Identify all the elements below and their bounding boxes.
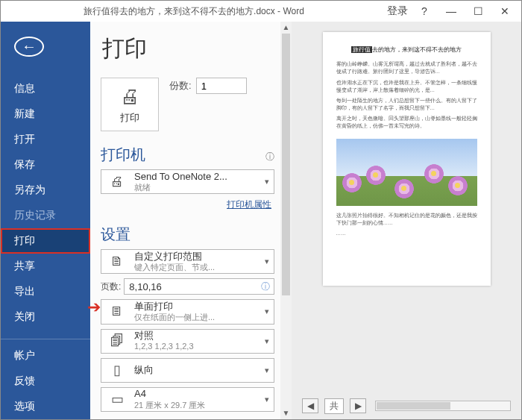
scroll-down-icon[interactable]: ▼ (283, 407, 290, 419)
collate-sub: 1,2,3 1,2,3 1,2,3 (134, 342, 259, 352)
back-button[interactable]: ← (14, 37, 44, 57)
printer-name: Send To OneNote 2... (134, 171, 259, 183)
print-button[interactable]: 🖨 打印 (101, 78, 159, 131)
nav-feedback[interactable]: 反馈 (1, 369, 90, 394)
orientation-dropdown[interactable]: ▯ 纵向 ▾ (101, 358, 274, 383)
pages-label: 页数: (101, 280, 121, 293)
preview-prev-button[interactable]: ◀ (302, 398, 318, 413)
scroll-track[interactable] (280, 34, 292, 407)
preview-caption: …… (336, 230, 477, 237)
preview-page-label: 共 (324, 398, 344, 414)
printer-info-icon[interactable]: ⓘ (265, 151, 274, 163)
preview-image (336, 139, 477, 206)
nav-share[interactable]: 共享 (1, 254, 90, 279)
chevron-down-icon: ▾ (265, 177, 269, 187)
preview-next-button[interactable]: ▶ (350, 398, 366, 413)
maximize-button[interactable]: ☐ (465, 5, 491, 17)
print-heading: 打印 (102, 34, 274, 64)
sides-title: 单面打印 (134, 301, 259, 313)
single-side-icon: 🗏 (106, 304, 128, 319)
printer-dropdown[interactable]: 🖨 Send To OneNote 2... 就绪 ▾ (101, 169, 274, 194)
scroll-up-icon[interactable]: ▲ (283, 22, 290, 34)
preview-page: 旅行值去的地方，来到这不得不去的地方 雾的山岭峥嵘。山雾无所谓高，越过去就成了胜… (323, 32, 491, 286)
chevron-down-icon: ▾ (265, 307, 269, 316)
back-arrow-icon: ← (22, 38, 37, 55)
nav-options[interactable]: 选项 (1, 394, 90, 419)
portrait-icon: ▯ (106, 362, 128, 378)
chevron-down-icon: ▾ (265, 366, 269, 375)
paper-size-dropdown[interactable]: ▭ A4 21 厘米 x 29.7 厘米 ▾ (101, 387, 274, 412)
pages-input[interactable] (124, 278, 274, 295)
scroll-thumb[interactable] (282, 34, 290, 295)
document-title: 旅行值得去的地方，来到这不得不去的地方.docx - Word (4, 5, 384, 18)
nav-info[interactable]: 信息 (1, 76, 90, 101)
nav-new[interactable]: 新建 (1, 101, 90, 127)
print-range-sub: 键入特定页面、节或... (134, 263, 259, 273)
print-panel: ➔ 打印 🖨 打印 份数: 打印机 ⓘ 🖨 Send To OneNo (90, 22, 280, 419)
sides-dropdown[interactable]: 🗏 单面打印 仅在纸面的一侧上进... ▾ (101, 299, 274, 324)
title-bar: 旅行值得去的地方，来到这不得不去的地方.docx - Word 登录 ? — ☐… (1, 1, 521, 22)
collate-dropdown[interactable]: 🗐 对照 1,2,3 1,2,3 1,2,3 ▾ (101, 329, 274, 354)
copies-label: 份数: (169, 79, 192, 93)
print-range-dropdown[interactable]: 🗎 自定义打印范围 键入特定页面、节或... ▾ (101, 249, 274, 274)
print-range-title: 自定义打印范围 (134, 251, 259, 263)
settings-section-heading: 设置 (101, 225, 130, 245)
chevron-down-icon: ▾ (265, 257, 269, 266)
word-backstage-print: 旅行值得去的地方，来到这不得不去的地方.docx - Word 登录 ? — ☐… (0, 0, 522, 420)
backstage-nav: ← 信息 新建 打开 保存 另存为 历史记录 打印 共享 导出 关闭 帐户 反馈… (1, 22, 90, 419)
nav-export[interactable]: 导出 (1, 279, 90, 304)
preview-title: 旅行值去的地方，来到这不得不去的地方 (336, 46, 477, 54)
preview-caption: 这几张照片拍得很好。不知相机记住的是花的颜色，还是我按下快门那一刻的心情…… (336, 212, 477, 227)
preview-paragraph: 离开之时，天色微暗。回头望那座山，山脊如墨线一般轻轻搁在黄昏的纸上，仿佛一首未写… (336, 115, 477, 130)
paper-sub: 21 厘米 x 29.7 厘米 (134, 401, 259, 411)
nav-save[interactable]: 保存 (1, 152, 90, 178)
page-range-icon: 🗎 (106, 254, 128, 269)
nav-close[interactable]: 关闭 (1, 304, 90, 330)
sides-sub: 仅在纸面的一侧上进... (134, 313, 259, 323)
preview-title-rest: 去的地方，来到这不得不去的地方 (372, 46, 462, 53)
preview-paragraph: 也许湖水正在下沉，也许是我在上升。不管怎样，一条细线慢慢变成了湖岸，岸上散落着细… (336, 79, 477, 94)
pages-info-icon[interactable]: ⓘ (261, 280, 270, 293)
nav-open[interactable]: 打开 (1, 127, 90, 152)
preview-paragraph: 雾的山岭峥嵘。山雾无所谓高，越过去就成了胜利者，越不去便成了行路难。旅行团到了这… (336, 60, 477, 75)
printer-status: 就绪 (134, 183, 259, 193)
preview-controls: ◀ 共 ▶ (302, 397, 511, 415)
backstage-main: ← 信息 新建 打开 保存 另存为 历史记录 打印 共享 导出 关闭 帐户 反馈… (1, 22, 521, 419)
nav-saveas[interactable]: 另存为 (1, 178, 90, 203)
close-button[interactable]: ✕ (491, 5, 518, 17)
preview-title-highlight: 旅行值 (351, 46, 372, 53)
nav-account[interactable]: 帐户 (1, 343, 90, 369)
settings-scrollbar[interactable]: ▲ ▼ (280, 22, 292, 419)
collate-title: 对照 (134, 330, 259, 342)
minimize-button[interactable]: — (438, 5, 465, 17)
chevron-down-icon: ▾ (265, 336, 269, 346)
printer-properties-link[interactable]: 打印机属性 (101, 198, 274, 211)
paper-title: A4 (134, 388, 259, 400)
collate-icon: 🗐 (106, 333, 128, 349)
nav-print[interactable]: 打印 (1, 228, 90, 254)
print-button-label: 打印 (120, 111, 139, 125)
login-link[interactable]: 登录 (384, 4, 411, 18)
copies-input[interactable] (196, 78, 247, 94)
nav-history: 历史记录 (1, 203, 90, 228)
printer-section-heading: 打印机 (101, 145, 145, 165)
print-preview: 旅行值去的地方，来到这不得不去的地方 雾的山岭峥嵘。山雾无所谓高，越过去就成了胜… (292, 22, 521, 419)
preview-paragraph: 每到一处陌生的地方，人们总想留下一些什么。有的人留下了脚印，有的人留下了名字，而… (336, 97, 477, 112)
paper-icon: ▭ (106, 391, 128, 407)
orientation-title: 纵向 (134, 364, 259, 376)
chevron-down-icon: ▾ (265, 395, 269, 404)
preview-hscrollbar[interactable] (375, 401, 511, 411)
printer-device-icon: 🖨 (106, 174, 128, 189)
preview-hscroll-thumb[interactable] (377, 402, 450, 410)
help-button[interactable]: ? (411, 5, 438, 17)
printer-icon: 🖨 (120, 85, 139, 108)
